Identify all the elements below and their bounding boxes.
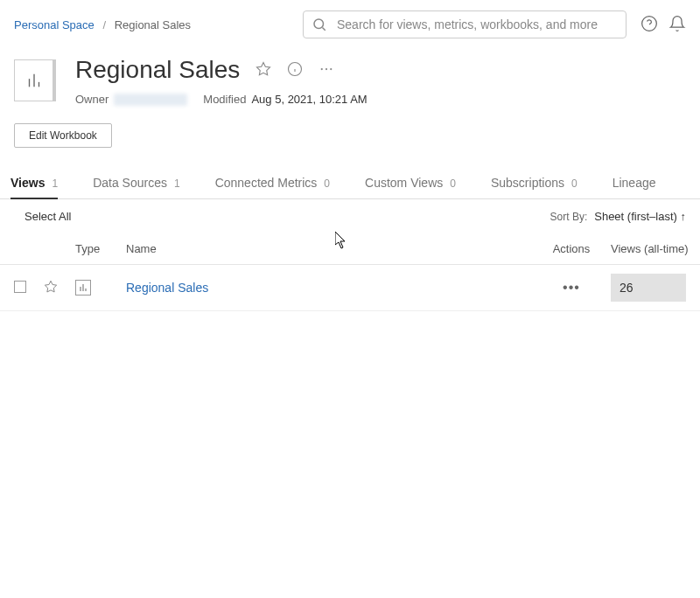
select-all-button[interactable]: Select All [14, 206, 81, 226]
svg-point-0 [314, 19, 324, 29]
title-row: Regional Sales [75, 56, 686, 84]
row-actions-icon[interactable]: ••• [563, 280, 580, 295]
column-type[interactable]: Type [75, 242, 126, 255]
tab-count: 0 [450, 177, 456, 190]
breadcrumb-separator: / [102, 18, 106, 31]
svg-point-11 [321, 67, 323, 69]
header-area: Regional Sales Owner Modified Aug 5, 202… [0, 49, 700, 123]
breadcrumb: Personal Space / Regional Sales [14, 18, 296, 31]
breadcrumb-current: Regional Sales [115, 18, 191, 31]
column-name[interactable]: Name [126, 242, 537, 255]
tab-label: Custom Views [365, 176, 443, 190]
tab-count: 1 [52, 177, 58, 190]
row-type-icon [75, 280, 91, 296]
meta-row: Owner Modified Aug 5, 2021, 10:21 AM [75, 93, 686, 106]
edit-workbook-button[interactable]: Edit Workbook [14, 123, 112, 148]
tab-count: 0 [324, 177, 330, 190]
help-icon[interactable] [640, 15, 658, 35]
more-actions-icon[interactable] [318, 61, 334, 80]
workbook-thumbnail [14, 59, 56, 101]
header-main: Regional Sales Owner Modified Aug 5, 202… [75, 56, 686, 106]
svg-point-2 [642, 16, 657, 31]
page-title: Regional Sales [75, 56, 240, 84]
tab-data-sources[interactable]: Data Sources 1 [93, 167, 180, 198]
sort-select[interactable]: Sheet (first–last) ↑ [594, 210, 686, 223]
search-input[interactable] [303, 10, 626, 38]
favorite-star-icon[interactable] [256, 61, 271, 80]
search-container [303, 10, 626, 38]
column-views[interactable]: Views (all-time) [606, 242, 686, 255]
row-name-link[interactable]: Regional Sales [126, 281, 208, 295]
top-icons [640, 15, 686, 35]
tab-connected-metrics[interactable]: Connected Metrics 0 [215, 167, 330, 198]
svg-marker-14 [45, 281, 56, 292]
modified-label: Modified [203, 93, 246, 106]
edit-button-row: Edit Workbook [0, 123, 700, 167]
svg-marker-7 [257, 62, 270, 74]
tab-custom-views[interactable]: Custom Views 0 [365, 167, 456, 198]
top-bar: Personal Space / Regional Sales [0, 0, 700, 49]
table-header: Type Name Actions Views (all-time) [0, 233, 700, 265]
sort-by-label: Sort By: [550, 211, 588, 223]
column-actions: Actions [537, 242, 606, 255]
tabs: Views 1 Data Sources 1 Connected Metrics… [0, 167, 700, 199]
tab-label: Views [10, 176, 45, 190]
notifications-icon[interactable] [668, 15, 686, 35]
tab-views[interactable]: Views 1 [10, 167, 58, 198]
tab-count: 1 [174, 177, 180, 190]
info-icon[interactable] [287, 61, 303, 80]
owner-value-redacted [114, 94, 187, 106]
breadcrumb-parent-link[interactable]: Personal Space [14, 18, 94, 31]
svg-point-13 [330, 67, 332, 69]
list-toolbar: Select All Sort By: Sheet (first–last) ↑ [0, 199, 700, 233]
owner-label: Owner [75, 93, 108, 106]
modified-value: Aug 5, 2021, 10:21 AM [251, 93, 367, 106]
tab-label: Connected Metrics [215, 176, 318, 190]
tab-count: 0 [571, 177, 578, 190]
tab-lineage[interactable]: Lineage [612, 167, 656, 198]
table-row: Regional Sales ••• 26 [0, 265, 700, 311]
tab-label: Subscriptions [491, 176, 564, 190]
row-views-value: 26 [611, 274, 686, 302]
row-checkbox[interactable] [14, 281, 26, 293]
svg-line-1 [322, 27, 325, 30]
tab-label: Data Sources [93, 176, 167, 190]
search-icon [312, 17, 327, 35]
tab-subscriptions[interactable]: Subscriptions 0 [491, 167, 578, 198]
tab-label: Lineage [612, 176, 656, 190]
row-star-icon[interactable] [44, 283, 58, 296]
svg-point-12 [326, 67, 327, 69]
